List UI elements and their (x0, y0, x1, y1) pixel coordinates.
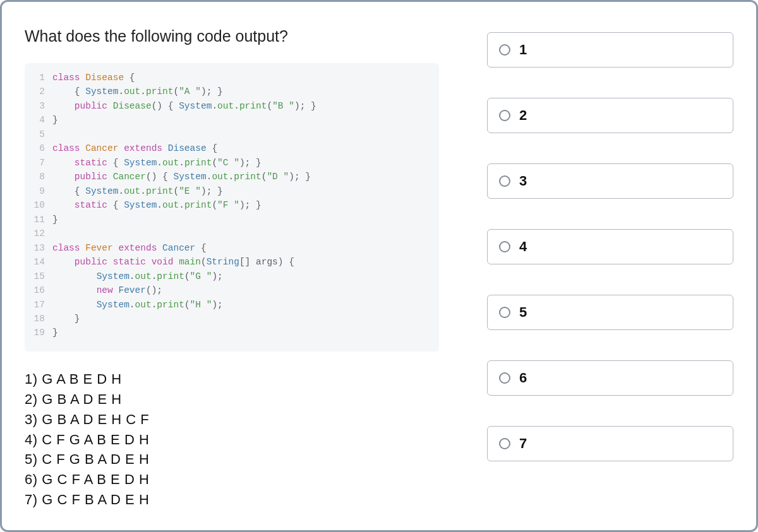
line-number: 19 (25, 326, 52, 340)
answer-text-row: 6) G C F A B E D H (25, 470, 439, 490)
answer-text-row: 5) C F G B A D E H (25, 449, 439, 470)
code-content: class Cancer extends Disease { (52, 141, 217, 155)
line-number: 16 (25, 283, 52, 297)
code-line: 1class Disease { (25, 71, 439, 85)
option-label: 1 (519, 42, 527, 58)
code-line: 7 static { System.out.print("C "); } (25, 156, 439, 170)
code-content: public static void main(String[] args) { (52, 255, 294, 269)
line-number: 15 (25, 269, 52, 283)
code-line: 13class Fever extends Cancer { (25, 241, 439, 255)
line-number: 5 (25, 127, 52, 141)
code-content: } (52, 312, 80, 326)
code-content: } (52, 326, 58, 340)
code-line: 4} (25, 113, 439, 127)
answer-text-row: 4) C F G A B E D H (25, 430, 439, 450)
answer-key-list: 1) G A B E D H2) G B A D E H3) G B A D E… (25, 369, 439, 510)
radio-icon (499, 241, 510, 252)
answer-text-row: 7) G C F B A D E H (25, 490, 439, 510)
line-number: 7 (25, 156, 52, 170)
code-line: 17 System.out.print("H "); (25, 298, 439, 312)
option-1[interactable]: 1 (487, 32, 733, 68)
radio-icon (499, 307, 510, 318)
code-line: 10 static { System.out.print("F "); } (25, 198, 439, 212)
radio-icon (499, 372, 510, 384)
code-content: } (52, 213, 58, 227)
line-number: 9 (25, 184, 52, 198)
answer-text-row: 1) G A B E D H (25, 369, 439, 389)
code-line: 15 System.out.print("G "); (25, 269, 439, 283)
question-column: What does the following code output? 1cl… (25, 27, 439, 507)
code-content: } (52, 113, 58, 127)
option-label: 3 (519, 173, 527, 189)
option-2[interactable]: 2 (487, 98, 733, 133)
line-number: 11 (25, 213, 52, 227)
code-line: 11} (25, 213, 439, 227)
code-line: 18 } (25, 312, 439, 326)
code-content: System.out.print("G "); (52, 269, 223, 283)
option-5[interactable]: 5 (487, 295, 733, 330)
quiz-frame: What does the following code output? 1cl… (0, 0, 758, 532)
line-number: 13 (25, 241, 52, 255)
code-line: 9 { System.out.print("E "); } (25, 184, 439, 198)
options-column: 1234567 (487, 27, 733, 507)
option-label: 2 (519, 107, 527, 124)
line-number: 10 (25, 198, 52, 212)
code-content: System.out.print("H "); (52, 298, 223, 312)
code-content: { System.out.print("E "); } (52, 184, 223, 198)
question-title: What does the following code output? (25, 27, 439, 45)
line-number: 18 (25, 312, 52, 326)
code-content: public Cancer() { System.out.print("D ")… (52, 170, 311, 184)
option-3[interactable]: 3 (487, 163, 733, 199)
answer-text-row: 3) G B A D E H C F (25, 410, 439, 430)
line-number: 14 (25, 255, 52, 269)
code-line: 3 public Disease() { System.out.print("B… (25, 99, 439, 113)
code-content: static { System.out.print("C "); } (52, 156, 262, 170)
option-4[interactable]: 4 (487, 229, 733, 264)
line-number: 6 (25, 141, 52, 155)
code-content: class Disease { (52, 71, 135, 85)
option-label: 6 (519, 370, 527, 386)
code-line: 14 public static void main(String[] args… (25, 255, 439, 269)
option-label: 7 (519, 435, 527, 452)
radio-icon (499, 110, 510, 121)
line-number: 17 (25, 298, 52, 312)
code-line: 8 public Cancer() { System.out.print("D … (25, 170, 439, 184)
code-line: 2 { System.out.print("A "); } (25, 85, 439, 98)
code-line: 12 (25, 227, 439, 240)
code-line: 6class Cancer extends Disease { (25, 141, 439, 155)
line-number: 2 (25, 85, 52, 98)
code-content: { System.out.print("A "); } (52, 85, 223, 98)
line-number: 8 (25, 170, 52, 184)
answer-text-row: 2) G B A D E H (25, 389, 439, 410)
code-content: static { System.out.print("F "); } (52, 198, 262, 212)
radio-icon (499, 44, 510, 56)
option-7[interactable]: 7 (487, 426, 733, 461)
line-number: 1 (25, 71, 52, 85)
code-line: 16 new Fever(); (25, 283, 439, 297)
code-block: 1class Disease {2 { System.out.print("A … (25, 63, 439, 352)
code-line: 5 (25, 127, 439, 141)
code-content: public Disease() { System.out.print("B "… (52, 99, 316, 113)
radio-icon (499, 438, 510, 449)
line-number: 12 (25, 227, 52, 240)
option-label: 5 (519, 304, 527, 321)
option-label: 4 (519, 239, 527, 255)
option-6[interactable]: 6 (487, 360, 733, 396)
code-content: new Fever(); (52, 283, 162, 297)
line-number: 3 (25, 99, 52, 113)
line-number: 4 (25, 113, 52, 127)
radio-icon (499, 175, 510, 187)
code-content: class Fever extends Cancer { (52, 241, 207, 255)
code-line: 19} (25, 326, 439, 340)
